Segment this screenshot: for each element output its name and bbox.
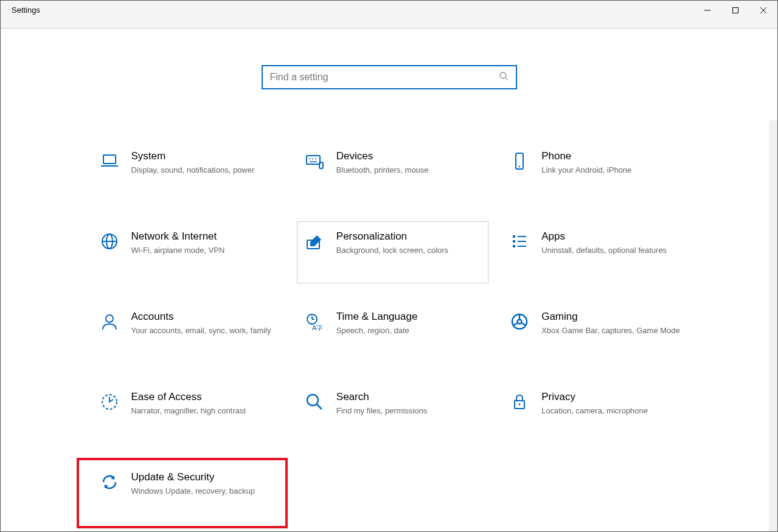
tile-desc: Uninstall, defaults, optional features xyxy=(541,245,682,257)
svg-rect-1 xyxy=(733,8,738,13)
scrollbar[interactable] xyxy=(769,120,777,531)
tile-desc: Your accounts, email, sync, work, family xyxy=(131,325,272,337)
tile-title: Accounts xyxy=(131,311,272,323)
list-icon xyxy=(509,230,530,252)
keyboard-icon xyxy=(304,150,325,172)
tile-network[interactable]: Network & InternetWi-Fi, airplane mode, … xyxy=(92,222,283,283)
person-icon xyxy=(99,311,120,333)
search-icon xyxy=(499,71,509,83)
gaming-icon xyxy=(509,311,530,333)
tile-personalize[interactable]: PersonalizationBackground, lock screen, … xyxy=(297,221,488,283)
laptop-icon xyxy=(99,150,120,172)
pen-icon xyxy=(304,230,325,252)
tile-desc: Narrator, magnifier, high contrast xyxy=(131,406,272,417)
tile-desc: Speech, region, date xyxy=(336,325,477,337)
tile-desc: Display, sound, notifications, power xyxy=(131,165,272,176)
update-icon xyxy=(99,471,120,493)
tile-desc: Wi-Fi, airplane mode, VPN xyxy=(131,245,272,257)
tile-title: System xyxy=(131,150,272,162)
tile-title: Devices xyxy=(336,150,477,162)
tile-title: Phone xyxy=(541,150,682,162)
tile-title: Search xyxy=(336,391,477,403)
tile-title: Apps xyxy=(541,230,682,243)
tile-title: Ease of Access xyxy=(131,391,272,403)
svg-line-5 xyxy=(505,78,508,80)
tile-desc: Bluetooth, printers, mouse xyxy=(336,165,477,176)
tile-title: Network & Internet xyxy=(131,230,272,243)
tile-desc: Background, lock screen, colors xyxy=(336,245,477,257)
tile-desc: Windows Update, recovery, backup xyxy=(131,486,272,497)
tile-desc: Find my files, permissions xyxy=(336,406,477,417)
titlebar: Settings xyxy=(1,1,777,29)
content-area: SystemDisplay, sound, notifications, pow… xyxy=(1,29,777,523)
tile-accounts[interactable]: AccountsYour accounts, email, sync, work… xyxy=(92,302,283,363)
close-button[interactable] xyxy=(749,1,777,20)
time-icon xyxy=(304,311,325,333)
search-input[interactable] xyxy=(270,72,499,83)
tile-phone[interactable]: PhoneLink your Android, iPhone xyxy=(502,142,693,202)
lock-icon xyxy=(509,391,530,413)
window-controls xyxy=(693,1,777,20)
tile-devices[interactable]: DevicesBluetooth, printers, mouse xyxy=(297,142,488,202)
tile-title: Privacy xyxy=(541,391,682,403)
tile-title: Time & Language xyxy=(336,311,477,323)
search-tile-icon xyxy=(304,391,325,413)
tile-title: Update & Security xyxy=(131,471,272,483)
tile-privacy[interactable]: PrivacyLocation, camera, microphone xyxy=(502,382,693,443)
search-box[interactable] xyxy=(262,65,517,89)
tile-update[interactable]: Update & SecurityWindows Update, recover… xyxy=(92,463,283,523)
tile-search-tile[interactable]: SearchFind my files, permissions xyxy=(297,382,488,443)
svg-point-4 xyxy=(500,72,506,78)
settings-grid: SystemDisplay, sound, notifications, pow… xyxy=(85,142,693,523)
phone-icon xyxy=(509,150,530,172)
minimize-button[interactable] xyxy=(693,1,721,20)
tile-apps[interactable]: AppsUninstall, defaults, optional featur… xyxy=(502,222,693,283)
tile-gaming[interactable]: GamingXbox Game Bar, captures, Game Mode xyxy=(502,302,693,363)
tile-ease[interactable]: Ease of AccessNarrator, magnifier, high … xyxy=(92,382,283,443)
tile-title: Gaming xyxy=(541,311,682,323)
maximize-button[interactable] xyxy=(721,1,749,20)
tile-desc: Xbox Game Bar, captures, Game Mode xyxy=(541,325,682,337)
tile-system[interactable]: SystemDisplay, sound, notifications, pow… xyxy=(92,142,283,202)
tile-desc: Link your Android, iPhone xyxy=(541,165,682,176)
tile-desc: Location, camera, microphone xyxy=(541,406,682,417)
tile-title: Personalization xyxy=(336,230,477,243)
globe-icon xyxy=(99,230,120,252)
ease-icon xyxy=(99,391,120,413)
window-title: Settings xyxy=(12,5,40,15)
tile-time[interactable]: Time & LanguageSpeech, region, date xyxy=(297,302,488,363)
